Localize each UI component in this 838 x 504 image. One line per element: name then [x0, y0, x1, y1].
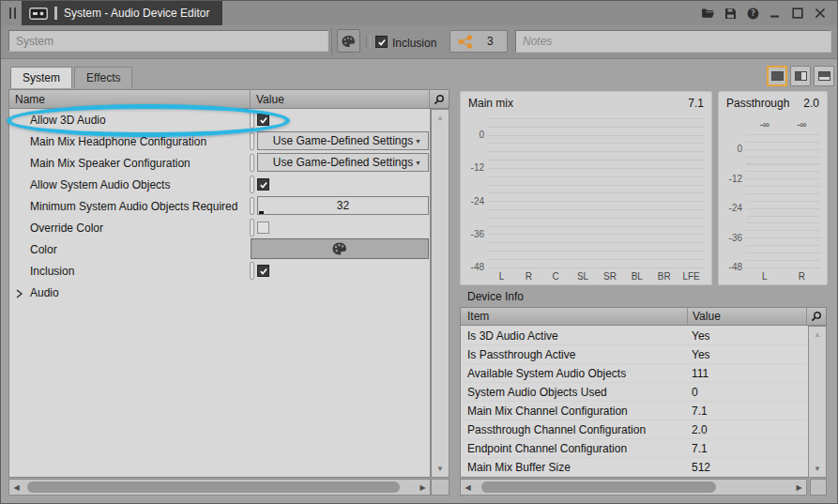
layout-split-horizontal-button[interactable] [814, 66, 834, 86]
color-picker-button[interactable] [251, 238, 429, 259]
audio-device-icon [29, 8, 48, 20]
channel-label: L [488, 271, 515, 282]
value-number-field[interactable]: 32 [257, 196, 429, 215]
share-icon [458, 35, 473, 49]
scroll-up-icon[interactable]: ▲ [809, 328, 826, 342]
db-label: -48 [718, 262, 742, 272]
tab-system[interactable]: System [10, 67, 72, 88]
property-row[interactable]: Main Mix Headphone ConfigurationUse Game… [9, 130, 430, 152]
layout-split-vertical-button[interactable] [790, 66, 811, 86]
column-grip[interactable] [250, 197, 254, 215]
device-info-vscrollbar[interactable]: ▲ ▼ [808, 326, 827, 478]
scroll-down-icon[interactable]: ▼ [809, 462, 826, 476]
channel-label: C [542, 271, 570, 282]
value-checkbox[interactable] [257, 221, 269, 234]
device-info-header: Item Value [460, 307, 827, 326]
toolbar-separator [331, 28, 332, 54]
value-checkbox[interactable] [257, 265, 269, 277]
hscroll-thumb[interactable] [27, 481, 400, 493]
chevron-down-icon: ▼ [415, 160, 421, 166]
layout-single-icon [771, 71, 784, 81]
info-value: 7.1 [692, 405, 809, 418]
value-dropdown[interactable]: Use Game-Defined Settings▼ [257, 153, 429, 172]
column-grip[interactable] [250, 154, 254, 172]
channel-label: L [746, 271, 784, 282]
open-folder-icon[interactable] [700, 7, 715, 21]
property-row[interactable]: Main Mix Speaker ConfigurationUse Game-D… [9, 152, 430, 174]
hscroll-track[interactable] [23, 480, 416, 495]
editor-title-tab[interactable]: System - Audio Device Editor [22, 1, 222, 25]
info-value: 0 [692, 386, 809, 399]
property-row[interactable]: Minimum System Audio Objects Required32 [9, 195, 430, 217]
close-icon[interactable] [813, 7, 828, 21]
property-row[interactable]: Allow 3D Audio [9, 109, 430, 130]
column-grip[interactable] [250, 132, 254, 150]
hscroll-thumb[interactable] [481, 481, 716, 493]
scroll-left-icon[interactable]: ◀ [9, 480, 23, 495]
scroll-right-icon[interactable]: ▶ [416, 480, 430, 495]
device-info-hscrollbar[interactable]: ◀ ▶ [460, 479, 807, 496]
scroll-right-icon[interactable]: ▶ [792, 480, 806, 495]
column-grip[interactable] [250, 262, 254, 280]
inclusion-checkbox[interactable] [375, 36, 388, 48]
device-info-row[interactable]: Main Mix Channel Configuration7.1 [461, 402, 809, 420]
minimize-icon[interactable] [768, 7, 783, 21]
channel-label: R [515, 271, 542, 282]
device-info-row[interactable]: Passthrough Channel Configuration2.0 [461, 420, 809, 439]
scroll-left-icon[interactable]: ◀ [461, 480, 475, 495]
property-row[interactable]: Audio [9, 282, 430, 303]
value-dropdown[interactable]: Use Game-Defined Settings▼ [257, 131, 429, 150]
column-grip[interactable] [250, 219, 254, 237]
search-button[interactable] [429, 90, 449, 108]
share-count: 3 [487, 35, 494, 48]
svg-text:?: ? [751, 8, 755, 18]
search-icon [434, 94, 445, 105]
device-info-row[interactable]: Main Mix Buffer Size512 [461, 458, 809, 477]
color-palette-button[interactable] [337, 29, 360, 53]
meter-panel-passthrough: Passthrough2.0-∞-∞0-12-24-36-48LR [718, 91, 828, 285]
value-checkbox[interactable] [257, 114, 269, 126]
editor-content: SystemEffects Name Value Allow 3D AudioM… [1, 59, 837, 503]
layout-single-button[interactable] [767, 66, 787, 86]
object-name-input[interactable] [8, 30, 328, 52]
toolbar-grip[interactable] [366, 36, 371, 48]
property-table-hscrollbar[interactable]: ◀ ▶ [8, 479, 431, 496]
peak-value: -∞ [784, 119, 821, 130]
property-row[interactable]: Override Color [9, 217, 430, 238]
window-grip[interactable] [9, 8, 16, 19]
db-label: -12 [460, 162, 484, 173]
maximize-icon[interactable] [790, 7, 805, 21]
info-item: Is Passthrough Active [461, 348, 692, 361]
property-row[interactable]: Inclusion [9, 260, 430, 282]
column-grip[interactable] [250, 176, 254, 193]
save-icon[interactable] [723, 7, 738, 21]
window-controls: ? [700, 1, 828, 25]
notes-input[interactable] [515, 30, 831, 53]
device-info-row[interactable]: System Audio Objects Used0 [461, 383, 809, 402]
device-info-row[interactable]: Endpoint Channel Configuration7.1 [461, 439, 809, 458]
column-divider[interactable] [687, 308, 688, 325]
device-info-row[interactable]: Is 3D Audio ActiveYes [461, 327, 809, 345]
expand-chevron-icon[interactable] [15, 288, 23, 301]
help-icon[interactable]: ? [745, 7, 760, 21]
search-button[interactable] [806, 308, 826, 325]
share-references-button[interactable]: 3 [449, 30, 508, 53]
column-divider[interactable] [250, 90, 251, 108]
info-value: 7.1 [692, 442, 809, 455]
column-grip[interactable] [250, 111, 254, 129]
tab-effects[interactable]: Effects [74, 67, 132, 88]
property-row[interactable]: Color [9, 238, 430, 260]
device-info-row[interactable]: Available System Audio Objects111 [461, 364, 809, 383]
property-table-vscrollbar[interactable]: ▲ ▼ [431, 109, 449, 478]
info-value: Yes [692, 329, 809, 343]
info-item: Main Mix Channel Configuration [461, 405, 692, 418]
property-row[interactable]: Allow System Audio Objects [9, 174, 430, 195]
db-label: -36 [718, 233, 742, 243]
scroll-down-icon[interactable]: ▼ [432, 462, 449, 476]
value-checkbox[interactable] [257, 178, 269, 191]
column-header-value: Value [693, 310, 721, 323]
scroll-up-icon[interactable]: ▲ [432, 111, 449, 125]
layout-split-vertical-icon [795, 71, 807, 81]
device-info-row[interactable]: Is Passthrough ActiveYes [461, 345, 809, 364]
hscroll-track[interactable] [475, 480, 792, 495]
